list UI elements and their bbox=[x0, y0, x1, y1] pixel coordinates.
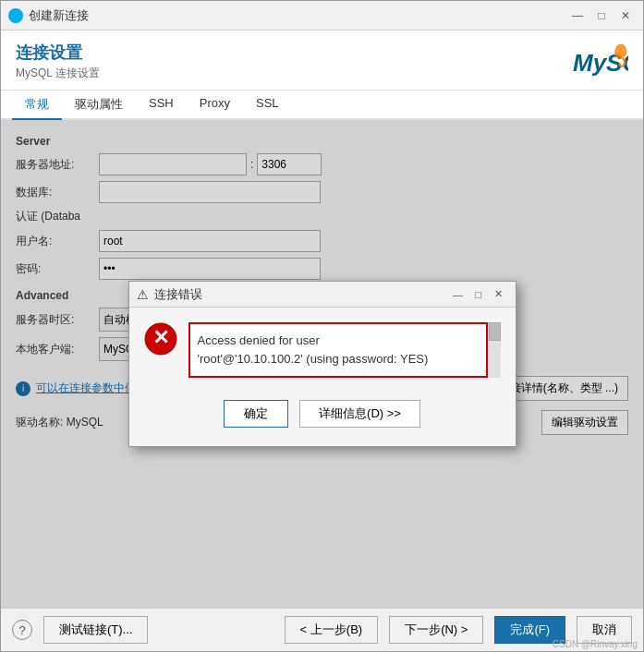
dialog-footer: 确定 详细信息(D) >> bbox=[129, 392, 516, 439]
content-area: Server 服务器地址: : 数据库: 认证 (Databa 用户名: bbox=[1, 120, 643, 608]
test-connection-button[interactable]: 测试链接(T)... bbox=[43, 616, 148, 644]
bottom-bar: ? 测试链接(T)... < 上一步(B) 下一步(N) > 完成(F) 取消 bbox=[1, 608, 643, 651]
tab-driver-props[interactable]: 驱动属性 bbox=[62, 91, 136, 120]
page-title: 连接设置 bbox=[16, 42, 100, 64]
dialog-title-icon: ⚠ bbox=[137, 287, 149, 302]
maximize-button[interactable]: □ bbox=[591, 6, 612, 26]
next-button[interactable]: 下一步(N) > bbox=[389, 616, 483, 644]
dialog-scrollbar[interactable] bbox=[488, 322, 501, 378]
error-dialog: ⚠ 连接错误 — □ ✕ ✕ bbox=[128, 281, 516, 447]
dialog-minimize-button[interactable]: — bbox=[449, 285, 468, 304]
back-button[interactable]: < 上一步(B) bbox=[285, 616, 379, 644]
minimize-button[interactable]: — bbox=[567, 6, 588, 26]
dialog-details-button[interactable]: 详细信息(D) >> bbox=[299, 400, 420, 428]
app-icon bbox=[8, 8, 23, 23]
dialog-confirm-button[interactable]: 确定 bbox=[224, 400, 288, 428]
mysql-logo-svg: MySQL bbox=[573, 42, 628, 82]
header-text: 连接设置 MySQL 连接设置 bbox=[16, 42, 100, 81]
tabs-bar: 常规 驱动属性 SSH Proxy SSL bbox=[1, 91, 643, 120]
title-controls: — □ ✕ bbox=[567, 6, 636, 26]
error-message-line2: 'root'@'10.10.100.2' (using password: YE… bbox=[198, 350, 479, 368]
dialog-title-text: 连接错误 bbox=[154, 286, 449, 303]
dialog-overlay: ⚠ 连接错误 — □ ✕ ✕ bbox=[1, 120, 643, 608]
page-subtitle: MySQL 连接设置 bbox=[16, 66, 100, 81]
dialog-title-bar: ⚠ 连接错误 — □ ✕ bbox=[129, 282, 516, 308]
dialog-title-controls: — □ ✕ bbox=[449, 285, 508, 304]
tab-proxy[interactable]: Proxy bbox=[187, 91, 243, 120]
tab-ssh[interactable]: SSH bbox=[136, 91, 187, 120]
header-section: 连接设置 MySQL 连接设置 MySQL bbox=[1, 30, 643, 91]
tab-general[interactable]: 常规 bbox=[12, 91, 62, 120]
dialog-body: ✕ Access denied for user 'root'@'10.10.1… bbox=[129, 308, 516, 392]
message-container: Access denied for user 'root'@'10.10.100… bbox=[188, 322, 501, 378]
title-bar: 创建新连接 — □ ✕ bbox=[1, 1, 643, 30]
error-x-icon: ✕ bbox=[144, 322, 177, 356]
error-message-line1: Access denied for user bbox=[198, 332, 479, 350]
svg-text:✕: ✕ bbox=[152, 326, 169, 349]
main-window: 创建新连接 — □ ✕ 连接设置 MySQL 连接设置 MySQL 常规 驱动属… bbox=[0, 0, 644, 652]
error-message-box: Access denied for user 'root'@'10.10.100… bbox=[188, 322, 488, 378]
close-button[interactable]: ✕ bbox=[615, 6, 636, 26]
dialog-maximize-button[interactable]: □ bbox=[469, 285, 488, 304]
help-button[interactable]: ? bbox=[12, 620, 32, 640]
window-title: 创建新连接 bbox=[29, 7, 567, 24]
scroll-thumb[interactable] bbox=[489, 322, 501, 341]
watermark: CSDN @Rinvay.xing bbox=[553, 639, 638, 649]
dialog-close-button[interactable]: ✕ bbox=[490, 285, 508, 304]
mysql-logo: MySQL bbox=[573, 42, 628, 82]
tab-ssl[interactable]: SSL bbox=[243, 91, 292, 120]
